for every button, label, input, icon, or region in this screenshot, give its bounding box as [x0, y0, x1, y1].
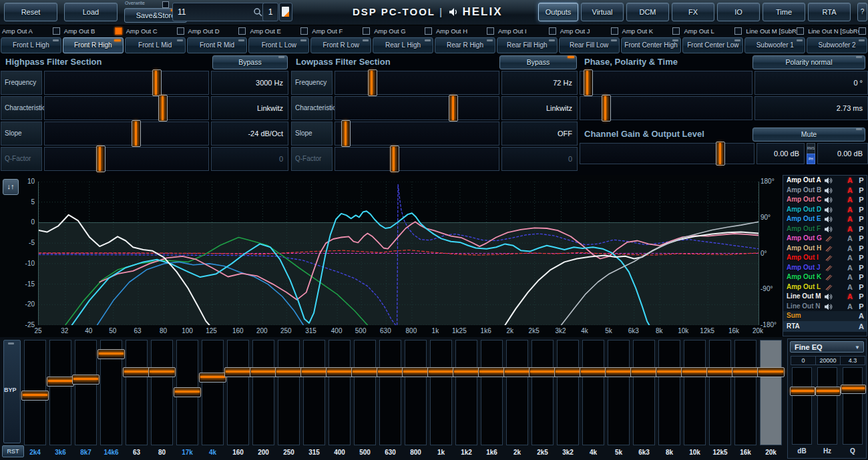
edit-note-button[interactable]: [279, 3, 292, 21]
graph-plot-area[interactable]: [38, 182, 759, 325]
slider-handle[interactable]: [132, 120, 141, 147]
eq-band-handle[interactable]: [21, 391, 49, 401]
monitor-a-toggle[interactable]: A: [845, 214, 855, 224]
eq-band-slider[interactable]: [633, 340, 655, 445]
eq-band-slider[interactable]: [126, 340, 148, 445]
eq-band-handle[interactable]: [351, 367, 379, 377]
eq-band-handle[interactable]: [148, 367, 176, 377]
eq-band-slider[interactable]: [481, 340, 503, 445]
monitor-row-amp-out-g[interactable]: Amp Out GAP: [783, 234, 867, 244]
tab-rear-fill-low[interactable]: Rear Fill Low: [559, 37, 620, 53]
channel-select-checkbox[interactable]: [734, 27, 742, 35]
eq-band-slider[interactable]: [506, 340, 528, 445]
monitor-row-amp-out-b[interactable]: Amp Out BAP: [783, 186, 867, 196]
eq-band-handle[interactable]: [250, 367, 277, 377]
monitor-row-line-out-m[interactable]: Line Out MAP: [783, 292, 867, 302]
eq-band-handle[interactable]: [757, 367, 785, 377]
highpass-bypass-button[interactable]: Bypass: [212, 55, 288, 69]
monitor-row-amp-out-j[interactable]: Amp Out JAP: [783, 263, 867, 273]
filter-row-slider[interactable]: [580, 96, 752, 120]
monitor-row-amp-out-d[interactable]: Amp Out DAP: [783, 205, 867, 215]
monitor-a-toggle[interactable]: A: [845, 224, 855, 234]
channel-select-checkbox[interactable]: [363, 27, 370, 35]
eq-band-slider[interactable]: [658, 340, 680, 445]
eq-band-slider[interactable]: [252, 340, 274, 445]
filter-row-slider[interactable]: [335, 147, 499, 171]
search-icon[interactable]: [253, 7, 262, 17]
nav-dcm-button[interactable]: DCM: [626, 3, 669, 21]
filter-row-slider[interactable]: [580, 71, 752, 95]
monitor-p-toggle[interactable]: P: [857, 244, 866, 254]
tab-front-r-mid[interactable]: Front R Mid: [187, 37, 248, 53]
monitor-row-amp-out-a[interactable]: Amp Out AAP: [783, 176, 867, 186]
monitor-p-toggle[interactable]: P: [857, 186, 866, 196]
eq-band-handle[interactable]: [300, 367, 328, 377]
fine-eq-handle[interactable]: [815, 387, 841, 396]
eq-band-slider[interactable]: [329, 340, 351, 445]
monitor-row-amp-out-e[interactable]: Amp Out EAP: [783, 214, 867, 224]
setup-name-input[interactable]: 11: [172, 3, 266, 21]
slider-handle[interactable]: [96, 146, 105, 172]
monitor-a-toggle[interactable]: A: [857, 311, 866, 321]
eq-band-handle[interactable]: [275, 367, 302, 377]
eq-band-handle[interactable]: [174, 387, 201, 397]
monitor-channel-label[interactable]: Sum: [787, 311, 801, 321]
eq-band-slider[interactable]: [734, 340, 756, 445]
speaker-icon[interactable]: [825, 226, 833, 233]
slider-handle[interactable]: [584, 69, 593, 96]
channel-select-checkbox[interactable]: [238, 27, 246, 35]
eq-band-handle[interactable]: [326, 367, 353, 377]
eq-band-slider[interactable]: [379, 340, 401, 445]
help-button[interactable]: ?: [857, 3, 867, 21]
rms-option[interactable]: RMS: [807, 143, 815, 154]
tab-front-l-mid[interactable]: Front L Mid: [125, 37, 186, 53]
monitor-channel-label[interactable]: Amp Out G: [787, 234, 822, 244]
eq-band-slider[interactable]: [227, 340, 249, 445]
monitor-p-toggle[interactable]: P: [857, 195, 866, 205]
channel-select-checkbox[interactable]: [859, 27, 866, 35]
slider-handle[interactable]: [152, 69, 162, 96]
tab-subwoofer-1[interactable]: Subwoofer 1: [744, 37, 805, 53]
monitor-channel-label[interactable]: RTA: [787, 321, 800, 332]
speaker-icon[interactable]: [825, 196, 833, 204]
gain-slider-handle[interactable]: [716, 142, 725, 166]
lowpass-bypass-button[interactable]: Bypass: [499, 55, 577, 69]
monitor-channel-label[interactable]: Amp Out K: [787, 272, 821, 282]
monitor-a-toggle[interactable]: A: [845, 292, 855, 302]
monitor-a-toggle[interactable]: A: [857, 321, 866, 332]
channel-select-checkbox[interactable]: [487, 27, 494, 35]
speaker-icon[interactable]: [825, 177, 833, 184]
monitor-channel-label[interactable]: Line Out M: [787, 292, 821, 302]
eq-band-slider[interactable]: [303, 340, 325, 445]
monitor-row-amp-out-k[interactable]: Amp Out KAP: [783, 272, 867, 282]
monitor-p-toggle[interactable]: P: [857, 302, 866, 312]
eq-band-handle[interactable]: [224, 367, 252, 377]
gain-slider[interactable]: [580, 143, 754, 164]
tab-front-l-high[interactable]: Front L High: [1, 37, 61, 53]
nav-io-button[interactable]: IO: [717, 3, 760, 21]
monitor-p-toggle[interactable]: P: [857, 282, 866, 292]
mute-button[interactable]: Mute: [752, 128, 865, 142]
monitor-row-amp-out-i[interactable]: Amp Out IAP: [783, 253, 867, 263]
slider-handle[interactable]: [390, 146, 399, 172]
eq-band-slider[interactable]: [405, 340, 427, 445]
eq-band-handle[interactable]: [503, 367, 531, 377]
channel-select-checkbox[interactable]: [672, 27, 680, 35]
eq-band-handle[interactable]: [630, 367, 658, 377]
filter-row-slider[interactable]: [44, 71, 209, 95]
eq-band-slider[interactable]: [684, 340, 706, 445]
channel-select-checkbox[interactable]: [177, 27, 184, 35]
monitor-a-toggle[interactable]: A: [845, 234, 855, 244]
monitor-a-toggle[interactable]: A: [845, 176, 855, 186]
eq-band-handle[interactable]: [72, 375, 99, 385]
eq-band-handle[interactable]: [478, 367, 505, 377]
muted-icon[interactable]: [825, 235, 833, 242]
slider-handle[interactable]: [449, 95, 458, 122]
eq-band-handle[interactable]: [656, 367, 683, 377]
monitor-a-toggle[interactable]: A: [845, 263, 855, 273]
slider-handle[interactable]: [158, 95, 168, 122]
monitor-p-toggle[interactable]: P: [857, 224, 866, 234]
eq-band-slider[interactable]: [75, 340, 97, 445]
eq-band-handle[interactable]: [123, 367, 150, 377]
muted-icon[interactable]: [825, 264, 833, 272]
